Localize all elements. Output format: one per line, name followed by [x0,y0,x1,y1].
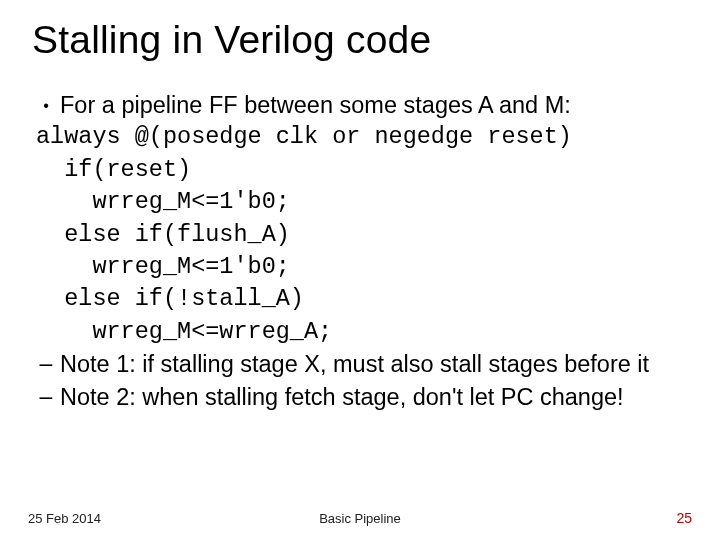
note-text: Note 1: if stalling stage X, must also s… [60,348,688,380]
note-item: – Note 2: when stalling fetch stage, don… [32,381,688,413]
footer-title: Basic Pipeline [249,511,470,526]
note-text: Note 2: when stalling fetch stage, don't… [60,381,688,413]
code-line: else if(flush_A) [36,219,688,251]
code-block: always @(posedge clk or negedge reset) i… [32,121,688,348]
bullet-item: • For a pipeline FF between some stages … [32,89,688,121]
dash-marker: – [32,381,60,413]
code-line: wrreg_M<=1'b0; [36,251,688,283]
code-line: wrreg_M<=wrreg_A; [36,316,688,348]
code-line: wrreg_M<=1'b0; [36,186,688,218]
slide: Stalling in Verilog code • For a pipelin… [0,0,720,540]
note-item: – Note 1: if stalling stage X, must also… [32,348,688,380]
page-title: Stalling in Verilog code [32,18,688,63]
bullet-marker: • [32,89,60,117]
page-number: 25 [471,510,692,526]
code-line: else if(!stall_A) [36,283,688,315]
code-line: always @(posedge clk or negedge reset) [36,121,688,153]
footer-date: 25 Feb 2014 [28,511,249,526]
code-line: if(reset) [36,154,688,186]
slide-body: • For a pipeline FF between some stages … [32,89,688,413]
dash-marker: – [32,348,60,380]
footer: 25 Feb 2014 Basic Pipeline 25 [0,510,720,526]
bullet-text: For a pipeline FF between some stages A … [60,89,688,121]
